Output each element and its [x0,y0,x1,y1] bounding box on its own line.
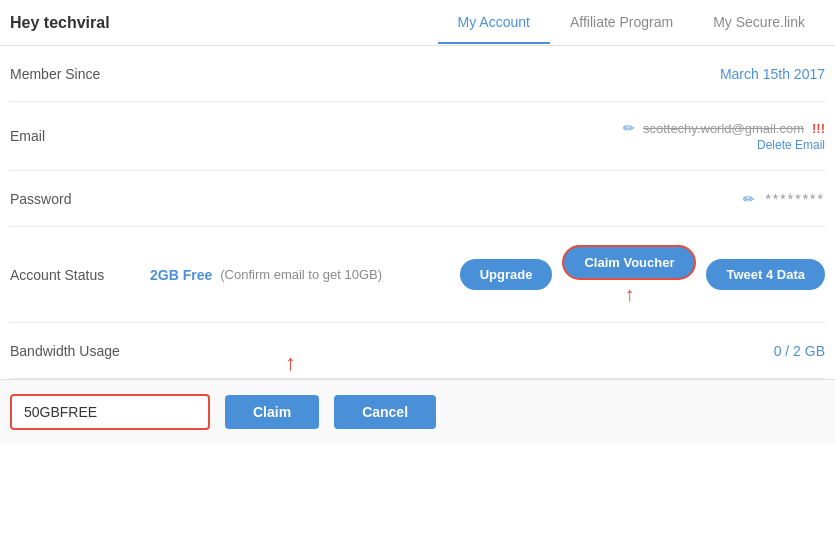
account-status-row: Account Status 2GB Free (Confirm email t… [10,227,825,323]
upgrade-button[interactable]: Upgrade [460,259,553,290]
bandwidth-row: Bandwidth Usage 0 / 2 GB [10,323,825,379]
edit-password-icon[interactable]: ✏ [743,191,755,207]
account-status-label: Account Status [10,267,150,283]
delete-email-link[interactable]: Delete Email [757,138,825,152]
email-line: ✏ scottechy.world@gmail.com !!! [623,120,825,136]
main-content: Member Since March 15th 2017 Email ✏ sco… [0,46,835,379]
nav-my-account[interactable]: My Account [438,2,550,44]
claim-button[interactable]: Claim [225,395,319,429]
nav-my-secure-link[interactable]: My Secure.link [693,2,825,44]
email-exclaim: !!! [812,121,825,136]
member-date: March 15th 2017 [720,66,825,82]
email-area: ✏ scottechy.world@gmail.com !!! Delete E… [623,120,825,152]
email-address: scottechy.world@gmail.com [643,121,804,136]
free-gb-text: 2GB Free [150,267,212,283]
member-since-row: Member Since March 15th 2017 [10,46,825,102]
claim-bar: ↑ Claim Cancel [0,379,835,444]
account-status-area: 2GB Free (Confirm email to get 10GB) [150,267,460,283]
password-masked: ******** [765,191,825,207]
bandwidth-label: Bandwidth Usage [10,343,150,359]
site-logo: Hey techviral [10,14,438,32]
claim-voucher-button[interactable]: Claim Voucher [562,245,696,280]
bandwidth-value-area: 0 / 2 GB [150,343,825,359]
confirm-hint: (Confirm email to get 10GB) [220,267,382,282]
email-label: Email [10,128,150,144]
member-since-label: Member Since [10,66,150,82]
member-since-value: March 15th 2017 [150,66,825,82]
tweet-4-data-button[interactable]: Tweet 4 Data [706,259,825,290]
email-value-area: ✏ scottechy.world@gmail.com !!! Delete E… [150,120,825,152]
voucher-code-input[interactable] [10,394,210,430]
email-row: Email ✏ scottechy.world@gmail.com !!! De… [10,102,825,171]
password-row: Password ✏ ******** [10,171,825,227]
password-value-area: ✏ ******** [150,191,825,207]
edit-email-icon[interactable]: ✏ [623,120,635,136]
main-nav: My Account Affiliate Program My Secure.l… [438,2,825,44]
cancel-button[interactable]: Cancel [334,395,436,429]
password-label: Password [10,191,150,207]
account-status-buttons: Upgrade Claim Voucher ↑ Tweet 4 Data [460,245,825,304]
claim-voucher-wrapper: Claim Voucher ↑ [562,245,696,304]
nav-affiliate-program[interactable]: Affiliate Program [550,2,693,44]
header: Hey techviral My Account Affiliate Progr… [0,0,835,46]
voucher-arrow-icon: ↑ [624,284,634,304]
bandwidth-value: 0 / 2 GB [774,343,825,359]
claim-arrow-icon: ↑ [285,352,296,374]
